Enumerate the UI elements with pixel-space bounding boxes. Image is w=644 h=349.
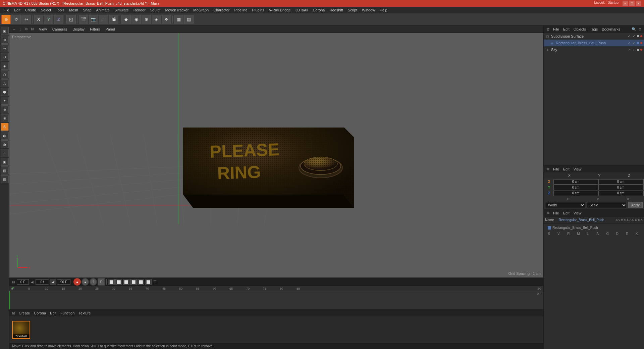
- menu-item-snap[interactable]: Snap: [81, 7, 94, 13]
- menu-item-window[interactable]: Window: [360, 7, 377, 13]
- obj-menu-bookmarks[interactable]: Bookmarks: [600, 27, 622, 32]
- flag-sky-render[interactable]: ✓: [632, 48, 636, 52]
- viewport[interactable]: Perspective: [9, 33, 543, 278]
- viewport-icon-4[interactable]: ⊠: [30, 27, 35, 32]
- viewport-menu-cameras[interactable]: Cameras: [51, 27, 69, 32]
- flag-brass-vis[interactable]: ✓: [627, 41, 631, 45]
- left-tool10-button[interactable]: ◑: [1, 140, 9, 148]
- left-tool6-button[interactable]: ⊕: [1, 105, 9, 113]
- coord-menu-file[interactable]: File: [552, 166, 560, 172]
- coord-y-pos[interactable]: [553, 185, 598, 190]
- tl-extra6[interactable]: ⬜: [145, 279, 152, 285]
- obj-menu-file[interactable]: File: [552, 27, 560, 32]
- record-key-button[interactable]: ●: [82, 278, 89, 286]
- frame-input[interactable]: [36, 279, 49, 285]
- left-rotate-button[interactable]: ↺: [1, 53, 9, 61]
- material-menu-corona[interactable]: Corona: [33, 310, 47, 316]
- coord-scale-dropdown[interactable]: Scale: [587, 202, 627, 208]
- left-scale-button[interactable]: ⇔: [1, 44, 9, 52]
- left-tool13-button[interactable]: ▨: [1, 166, 9, 174]
- menu-item-render[interactable]: Render: [131, 7, 148, 13]
- timeline-track[interactable]: 0 F: [9, 291, 543, 309]
- toolbar-move-button[interactable]: ⊕: [1, 15, 11, 24]
- menu-item-sculpt[interactable]: Sculpt: [148, 7, 163, 13]
- menu-item-help[interactable]: Help: [378, 7, 389, 13]
- menu-item-tools[interactable]: Tools: [54, 7, 66, 13]
- left-tool7-button[interactable]: ⊗: [1, 114, 9, 122]
- obj-menu-edit[interactable]: Edit: [562, 27, 571, 32]
- left-tool12-button[interactable]: ▣: [1, 158, 9, 166]
- menu-item-animate[interactable]: Animate: [94, 7, 112, 13]
- attr-menu-file[interactable]: File: [552, 210, 560, 216]
- material-menu-function[interactable]: Function: [59, 310, 76, 316]
- obj-subdivision-surface[interactable]: ⬡ Subdivision Surface ✓ ✓: [544, 33, 644, 40]
- menu-item-motiontracker[interactable]: MotionTracker: [163, 7, 191, 13]
- tl-extra3[interactable]: ⬜: [123, 279, 129, 285]
- viewport-icon-2[interactable]: ↕: [17, 27, 23, 32]
- flag-sky-vis[interactable]: ✓: [627, 48, 631, 52]
- coord-corner[interactable]: ⊠: [545, 166, 550, 172]
- left-tool5-button[interactable]: ✦: [1, 97, 9, 105]
- toolbar-z-button[interactable]: Z: [54, 15, 63, 24]
- toolbar-obj3-button[interactable]: ⊕: [142, 15, 151, 24]
- left-tool14-button[interactable]: ▧: [1, 175, 9, 183]
- material-doorbell-thumb[interactable]: Doorbell: [12, 321, 30, 339]
- menu-item-v-ray-bridge[interactable]: V-Ray Bridge: [267, 7, 293, 13]
- prev-key-button[interactable]: ◀: [50, 279, 56, 285]
- viewport-menu-view[interactable]: View: [38, 27, 48, 32]
- tl-extra4[interactable]: ⬜: [130, 279, 137, 285]
- left-tool1-button[interactable]: ◈: [1, 62, 9, 70]
- flag-brass-render[interactable]: ✓: [632, 41, 636, 45]
- toolbar-rotate-button[interactable]: ↺: [11, 15, 21, 24]
- material-menu-texture[interactable]: Texture: [77, 310, 92, 316]
- timeline-corner[interactable]: ⊠: [11, 279, 16, 285]
- left-tool8-button[interactable]: S: [1, 123, 9, 131]
- left-tool4-button[interactable]: ⬢: [1, 88, 9, 96]
- toolbar-mode-button[interactable]: ◱: [66, 15, 76, 24]
- menu-item-pipeline[interactable]: Pipeline: [232, 7, 249, 13]
- attr-menu-view[interactable]: View: [572, 210, 583, 216]
- coord-y-size[interactable]: [598, 185, 643, 190]
- viewport-menu-display[interactable]: Display: [71, 27, 86, 32]
- coord-z-pos[interactable]: [553, 191, 598, 196]
- left-move-button[interactable]: ⊕: [1, 36, 9, 44]
- viewport-icon-3[interactable]: ⊕: [23, 27, 29, 32]
- menu-item-select[interactable]: Select: [39, 7, 53, 13]
- obj-sky[interactable]: ○ Sky ✓ ✓: [544, 46, 644, 53]
- timeline-end-corner[interactable]: ☰: [152, 279, 158, 285]
- apply-button[interactable]: Apply: [628, 202, 643, 208]
- toolbar-scale-button[interactable]: ⇔: [21, 15, 31, 24]
- current-frame-input[interactable]: [17, 279, 29, 285]
- coord-menu-view[interactable]: View: [572, 166, 583, 172]
- left-tool2-button[interactable]: ⬡: [1, 70, 9, 79]
- coord-x-size[interactable]: [598, 179, 643, 185]
- flag-vis[interactable]: ✓: [627, 34, 631, 38]
- menu-item-redshift[interactable]: Redshift: [327, 7, 345, 13]
- coord-x-pos[interactable]: [553, 179, 598, 185]
- viewport-menu-panel[interactable]: Panel: [104, 27, 116, 32]
- toolbar-render-button[interactable]: 🎬: [79, 15, 88, 24]
- menu-item-3dtoall[interactable]: 3DToAll: [293, 7, 310, 13]
- tl-extra5[interactable]: ⬜: [138, 279, 144, 285]
- preview-button[interactable]: P: [98, 278, 105, 286]
- material-menu-create[interactable]: Create: [17, 310, 31, 316]
- menu-item-corona[interactable]: Corona: [311, 7, 327, 13]
- flag-render[interactable]: ✓: [632, 34, 636, 38]
- obj-corner[interactable]: ⊠: [545, 27, 550, 32]
- menu-item-mesh[interactable]: Mesh: [67, 7, 80, 13]
- menu-item-script[interactable]: Script: [346, 7, 359, 13]
- toolbar-undo-button[interactable]: X: [34, 15, 43, 24]
- toolbar-obj2-button[interactable]: ◉: [131, 15, 141, 24]
- menu-item-file[interactable]: File: [1, 7, 11, 13]
- obj-menu-objects[interactable]: Objects: [572, 27, 587, 32]
- toolbar-obj-button[interactable]: ◆: [121, 15, 131, 24]
- menu-item-create[interactable]: Create: [23, 7, 38, 13]
- viewport-icon-1[interactable]: ↔: [11, 27, 17, 32]
- toolbar-y-button[interactable]: Y: [44, 15, 53, 24]
- record-button[interactable]: ●: [73, 278, 81, 286]
- tl-extra1[interactable]: ⬜: [108, 279, 115, 285]
- maximize-button[interactable]: □: [629, 1, 635, 6]
- attr-menu-edit[interactable]: Edit: [562, 210, 571, 216]
- menu-item-plugins[interactable]: Plugins: [250, 7, 266, 13]
- coord-menu-edit[interactable]: Edit: [562, 166, 571, 172]
